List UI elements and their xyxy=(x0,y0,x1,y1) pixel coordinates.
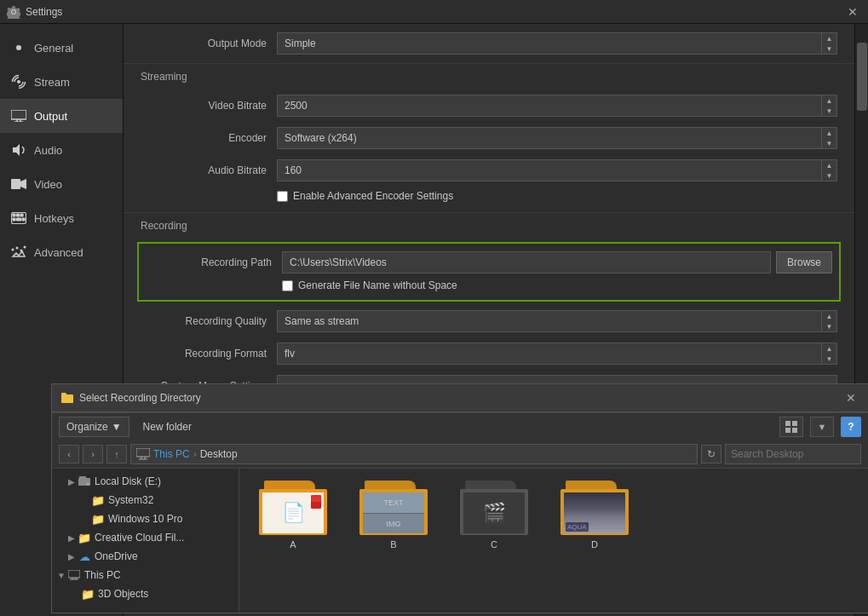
file-item-folder2[interactable]: TEXT IMG B xyxy=(347,475,440,555)
recording-quality-label: Recording Quality xyxy=(141,315,277,327)
tree-item-this-pc[interactable]: ▼ This PC xyxy=(52,566,239,584)
recording-quality-arrow-down[interactable]: ▼ xyxy=(822,321,836,331)
tree-label-this-pc: This PC xyxy=(84,569,121,581)
tree-arrow-creative-cloud: ▶ xyxy=(66,533,78,543)
file-dialog-close-button[interactable]: ✕ xyxy=(842,389,859,406)
svg-rect-12 xyxy=(13,218,15,221)
output-mode-row: Output Mode Simple ▲ ▼ xyxy=(124,24,854,60)
svg-rect-2 xyxy=(11,110,26,119)
address-bar[interactable]: This PC › Desktop xyxy=(130,444,698,464)
sidebar-item-general[interactable]: General xyxy=(0,31,123,65)
tree-item-creative-cloud[interactable]: ▶ 📁 Creative Cloud Fil... xyxy=(52,528,239,547)
file-item-pdf[interactable]: 📄 A xyxy=(246,475,340,555)
nav-refresh-button[interactable]: ↻ xyxy=(701,445,721,463)
tree-arrow-this-pc: ▼ xyxy=(55,571,67,580)
svg-point-1 xyxy=(17,80,20,83)
svg-rect-11 xyxy=(20,214,23,216)
recording-format-row: Recording Format flv ▲ ▼ xyxy=(124,337,854,370)
title-bar: Settings ✕ xyxy=(0,0,868,24)
enable-advanced-row: Enable Advanced Encoder Settings xyxy=(124,187,854,205)
generate-filename-checkbox[interactable] xyxy=(282,280,293,291)
recording-format-arrow-up[interactable]: ▲ xyxy=(822,343,836,354)
file-item-folder4[interactable]: AQUA D xyxy=(548,475,641,555)
video-bitrate-value: 2500 xyxy=(278,95,821,116)
recording-format-value: flv xyxy=(278,343,821,364)
encoder-select[interactable]: Software (x264) ▲ ▼ xyxy=(277,127,837,149)
recording-format-select[interactable]: flv ▲ ▼ xyxy=(277,343,837,365)
folder4-label: D xyxy=(591,539,598,550)
nav-back-button[interactable]: ‹ xyxy=(59,445,79,463)
tree-arrow-onedrive: ▶ xyxy=(66,552,78,561)
file-item-folder3[interactable]: 🎬 C xyxy=(447,475,541,555)
sidebar-item-stream[interactable]: Stream xyxy=(0,65,123,99)
video-bitrate-arrow-down[interactable]: ▼ xyxy=(822,106,836,116)
3d-objects-icon: 📁 xyxy=(81,587,95,601)
scrollbar-thumb[interactable] xyxy=(857,43,867,111)
help-button[interactable]: ? xyxy=(841,417,861,437)
view-options-button[interactable] xyxy=(779,417,803,437)
svg-point-16 xyxy=(16,247,19,250)
audio-bitrate-select[interactable]: 160 ▲ ▼ xyxy=(277,159,837,181)
search-input[interactable] xyxy=(731,448,859,460)
recording-quality-select[interactable]: Same as stream ▲ ▼ xyxy=(277,310,837,332)
svg-rect-19 xyxy=(785,421,790,426)
sidebar-label-hotkeys: Hotkeys xyxy=(34,212,74,225)
onedrive-icon: ☁ xyxy=(78,550,91,563)
video-bitrate-input[interactable]: 2500 ▲ ▼ xyxy=(277,95,837,117)
sidebar-label-output: Output xyxy=(34,110,67,123)
breadcrumb-sep1: › xyxy=(193,448,197,460)
breadcrumb-thispc[interactable]: This PC xyxy=(153,448,190,460)
tree-item-system32[interactable]: 📁 System32 xyxy=(52,491,239,509)
output-mode-arrow-down[interactable]: ▼ xyxy=(822,43,836,54)
encoder-arrow-down[interactable]: ▼ xyxy=(822,138,836,148)
tree-label-windows10: Windows 10 Pro xyxy=(108,513,182,525)
file-dialog-nav: ‹ › ↑ This PC › Desktop ↻ xyxy=(52,440,868,469)
folder3-label: C xyxy=(491,539,497,550)
recording-path-section: Recording Path Browse Generate File Name… xyxy=(137,242,841,302)
tree-label-local-disk: Local Disk (E:) xyxy=(95,475,161,487)
audio-bitrate-arrow-down[interactable]: ▼ xyxy=(822,170,836,181)
organize-button[interactable]: Organize ▼ xyxy=(59,417,129,437)
svg-rect-20 xyxy=(792,421,797,426)
new-folder-button[interactable]: New folder xyxy=(136,417,198,437)
tree-item-3d-objects[interactable]: 📁 3D Objects xyxy=(52,584,239,603)
audio-bitrate-label: Audio Bitrate xyxy=(141,164,277,176)
tree-label-onedrive: OneDrive xyxy=(95,550,138,562)
enable-advanced-checkbox[interactable] xyxy=(277,191,288,202)
encoder-arrow-up[interactable]: ▲ xyxy=(822,128,836,138)
folder2-label: B xyxy=(390,539,396,550)
computer-icon xyxy=(136,448,150,460)
output-mode-select[interactable]: Simple ▲ ▼ xyxy=(277,32,837,55)
svg-rect-30 xyxy=(79,476,86,480)
nav-forward-button[interactable]: › xyxy=(83,445,103,463)
browse-button[interactable]: Browse xyxy=(776,251,832,273)
folder2-thumb: TEXT IMG xyxy=(359,481,428,536)
breadcrumb-desktop: Desktop xyxy=(200,448,238,460)
encoder-row: Encoder Software (x264) ▲ ▼ xyxy=(124,122,854,154)
stream-icon xyxy=(10,73,27,90)
recording-path-input[interactable] xyxy=(282,251,771,273)
sidebar-item-output[interactable]: Output xyxy=(0,99,123,133)
sidebar-item-video[interactable]: Video xyxy=(0,167,123,201)
nav-up-button[interactable]: ↑ xyxy=(106,445,127,463)
audio-bitrate-arrow-up[interactable]: ▲ xyxy=(822,160,836,170)
recording-format-label: Recording Format xyxy=(141,348,277,360)
file-dialog: Select Recording Directory ✕ Organize ▼ … xyxy=(51,383,868,613)
sidebar-item-audio[interactable]: Audio xyxy=(0,133,123,167)
svg-point-17 xyxy=(20,250,23,252)
output-mode-arrow-up[interactable]: ▲ xyxy=(822,33,836,43)
svg-rect-6 xyxy=(11,179,20,189)
tree-item-windows10[interactable]: 📁 Windows 10 Pro xyxy=(52,509,239,528)
recording-format-arrow-down[interactable]: ▼ xyxy=(822,354,836,364)
system32-folder-icon: 📁 xyxy=(91,493,105,507)
recording-quality-arrow-up[interactable]: ▲ xyxy=(822,311,836,321)
tree-item-onedrive[interactable]: ▶ ☁ OneDrive xyxy=(52,547,239,566)
sidebar-item-hotkeys[interactable]: Hotkeys xyxy=(0,201,123,235)
view-dropdown-button[interactable]: ▼ xyxy=(810,417,834,437)
file-dialog-title-text: Select Recording Directory xyxy=(79,392,201,404)
sidebar-item-advanced[interactable]: Advanced xyxy=(0,235,123,269)
tree-item-local-disk[interactable]: ▶ Local Disk (E:) xyxy=(52,472,239,491)
close-button[interactable]: ✕ xyxy=(844,3,861,20)
this-pc-icon xyxy=(67,568,81,582)
video-bitrate-arrow-up[interactable]: ▲ xyxy=(822,95,836,106)
